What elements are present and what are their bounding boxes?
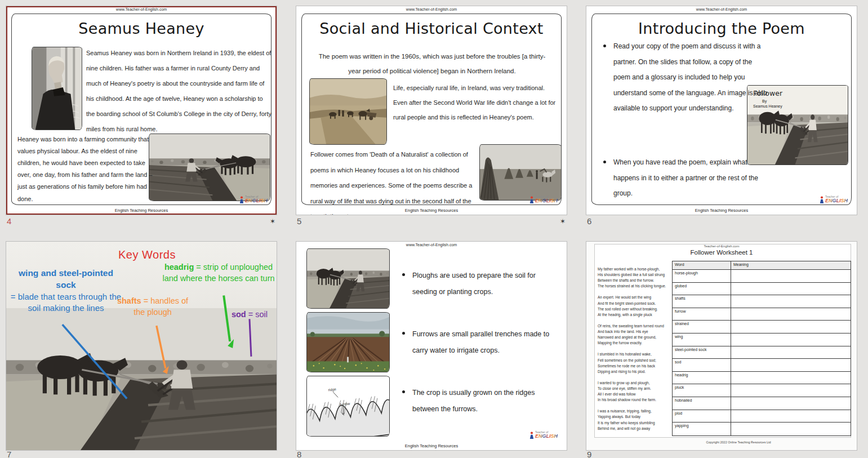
bullet-dot [603, 161, 606, 163]
worksheet-site-header: Teacher-of-English.com [586, 244, 857, 248]
table-row: wing [673, 334, 851, 346]
poem-line: I was a nuisance, tripping, falling, [598, 408, 674, 414]
word-cell: wing [673, 334, 731, 346]
word-cell: pluck [673, 384, 731, 397]
word-cell: hobnailed [673, 397, 731, 410]
poem-line: An expert. He would set the wing [598, 295, 674, 300]
meaning-cell[interactable] [731, 410, 851, 423]
slide-thumbnail-6[interactable]: www.Teacher-of-English.com Introducing t… [586, 6, 857, 215]
table-row: headrig [673, 372, 851, 385]
slide-thumbnail-7[interactable]: Key Words wing and steel-pointed sock = … [6, 241, 277, 451]
meaning-cell[interactable] [731, 384, 851, 397]
bullet-text: The crop is usually grown on the ridges … [412, 385, 562, 417]
worksheet-copyright: Copyright 2022 Online Teaching Resources… [620, 441, 857, 444]
meaning-cell[interactable] [731, 295, 851, 308]
poem-line: All I ever did was follow [598, 392, 674, 397]
poem-line: At the headrig, with a single pluck [598, 312, 674, 318]
slide-number-7: 7 [7, 450, 11, 458]
follower-poem: My father worked with a horse-plough,His… [598, 266, 674, 432]
poem-line: Behind me, and will not go away [598, 426, 674, 432]
slide-5-title: Social and Historical Context [296, 20, 567, 37]
keyword-sod: sod = soil [224, 309, 275, 321]
table-body: horse-plough globed shafts furrow strain… [673, 270, 851, 435]
slide-4-paragraph-1: Seamus Heaney was born in Northern Irela… [86, 46, 272, 137]
poem-line [598, 318, 674, 323]
bullet-item: When you have read the poem, explain wha… [603, 155, 768, 202]
slide-footer: English Teaching Resources [296, 208, 567, 213]
word-cell: headrig [673, 372, 731, 384]
slide-thumbnail-4[interactable]: www.Teacher-of-English.com Seamus Heaney… [6, 6, 277, 215]
logo-figure-icon [820, 196, 824, 203]
poem-line: In his broad shadow round the farm. [598, 397, 674, 403]
site-url: www.Teacher-of-English.com [296, 243, 567, 247]
bullet-item: Ploughs are used to prepare the soil for… [402, 268, 562, 300]
table-row: furrow [673, 308, 851, 321]
poem-line: And back into the land. His eye [598, 329, 674, 335]
bullet-text: Furrows are small parallel trenches made… [412, 326, 562, 359]
meaning-cell[interactable] [731, 321, 851, 333]
meaning-cell[interactable] [731, 346, 851, 359]
bullet-item: Furrows are small parallel trenches made… [402, 326, 562, 359]
slide-5-paragraph-3: Follower comes from 'Death of a Naturali… [310, 147, 480, 215]
teacher-of-english-logo: Teacher ofENGLISH [820, 195, 848, 203]
poem-line [598, 375, 674, 380]
poem-line: I stumbled in his hobnailed wake, [598, 352, 674, 357]
slide-footer: English Teaching Resources [6, 208, 277, 213]
animation-star-icon: ✶ [560, 217, 566, 225]
word-cell: steel-pointed sock [673, 346, 731, 359]
site-url: www.Teacher-of-English.com [586, 7, 857, 11]
slide-number-4: 4 [7, 216, 11, 226]
word-column-header: Word [673, 261, 731, 269]
ploughing-bw-photo [306, 248, 390, 309]
ploughed-field-photo [306, 312, 390, 372]
poem-line: His shoulders globed like a full sail st… [598, 272, 674, 278]
bullet-text: Ploughs are used to prepare the soil for… [412, 268, 562, 300]
meaning-column-header: Meaning [731, 261, 851, 269]
meaning-cell[interactable] [731, 423, 851, 435]
slide-5-paragraph-2: Life, especially rural life, in Ireland,… [393, 81, 559, 125]
meaning-cell[interactable] [731, 283, 851, 295]
poem-line: It is my father who keeps stumbling [598, 420, 674, 426]
poem-line: Narrowed and angled at the ground, [598, 335, 674, 340]
bullet-dot [402, 390, 405, 393]
meaning-cell[interactable] [731, 308, 851, 321]
table-row: yapping [673, 423, 851, 435]
poem-line: Dipping and rising to his plod. [598, 369, 674, 375]
poem-line: The horses strained at his clicking tong… [598, 283, 674, 289]
logo-figure-icon [529, 196, 534, 203]
table-row: strained [673, 321, 851, 334]
slide-footer: English Teaching Resources [296, 443, 567, 448]
table-row: globed [673, 283, 851, 296]
slide-6-title: Introducing the Poem [586, 20, 857, 37]
logo-figure-icon [529, 432, 534, 439]
slide-thumbnail-8[interactable]: www.Teacher-of-English.com [296, 241, 567, 451]
site-url: www.Teacher-of-English.com [6, 7, 277, 11]
slide-thumbnail-5[interactable]: www.Teacher-of-English.com Social and Hi… [296, 6, 567, 215]
meaning-cell[interactable] [731, 397, 851, 410]
poem-line: Fell sometimes on the polished sod; [598, 358, 674, 363]
meaning-cell[interactable] [731, 270, 851, 282]
meaning-cell[interactable] [731, 359, 851, 371]
animation-star-icon: ✶ [270, 217, 275, 225]
word-cell: strained [673, 321, 731, 333]
slide-4-paragraph-2: Heaney was born into a farming community… [17, 134, 154, 205]
poem-line [598, 289, 674, 295]
word-cell: shafts [673, 295, 731, 308]
haystacks-photo [479, 144, 562, 201]
keyword-headrig: headrig = strip of unploughed land where… [162, 262, 275, 284]
horses-ploughing-photo [149, 134, 270, 201]
poem-line: Between the shafts and the furrow. [598, 278, 674, 283]
word-cell: globed [673, 283, 731, 295]
meaning-cell[interactable] [731, 372, 851, 384]
word-cell: plod [673, 410, 731, 423]
word-cell: furrow [673, 308, 731, 321]
meaning-cell[interactable] [731, 334, 851, 346]
poem-line: And fit the bright steel-pointed sock. [598, 301, 674, 306]
poem-line: To close one eye, stiffen my arm. [598, 386, 674, 392]
slide-number-8: 8 [297, 450, 301, 458]
slide-5-intro: The poem was written in the 1960s, which… [318, 49, 546, 79]
slide-thumbnail-9[interactable]: Teacher-of-English.com Follower Workshee… [586, 241, 857, 451]
bullet-dot [603, 45, 606, 47]
poem-line: Sometimes he rode me on his back [598, 363, 674, 369]
bullet-text: Read your copy of the poem and discuss i… [613, 39, 768, 117]
